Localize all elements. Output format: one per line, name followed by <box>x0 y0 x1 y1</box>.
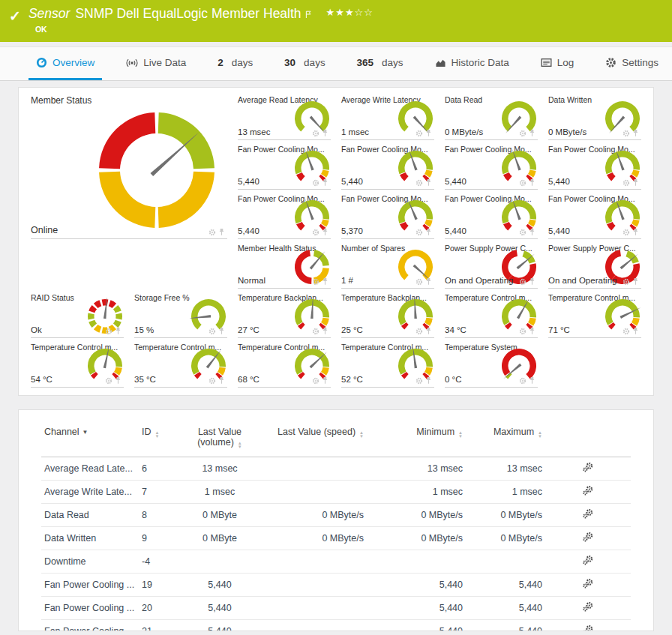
value-cell: 5,440 <box>182 574 257 597</box>
channel-settings-icon[interactable] <box>583 580 593 591</box>
gear-icon[interactable] <box>622 328 630 335</box>
pin-icon[interactable] <box>632 228 639 236</box>
tab-2-days[interactable]: 2days <box>210 47 260 80</box>
gear-icon[interactable] <box>416 130 423 137</box>
gear-icon[interactable] <box>208 377 216 385</box>
gear-icon[interactable] <box>519 229 526 236</box>
pin-icon[interactable] <box>322 129 328 137</box>
gear-icon[interactable] <box>416 229 423 236</box>
pin-icon[interactable] <box>529 376 536 385</box>
gear-icon[interactable] <box>622 179 630 187</box>
tab-live-data[interactable]: Live Data <box>118 47 194 80</box>
tab-overview[interactable]: Overview <box>28 47 102 80</box>
gear-icon[interactable] <box>208 229 216 236</box>
gear-icon[interactable] <box>416 278 423 286</box>
pin-icon[interactable] <box>425 228 432 236</box>
gauge-value: Online <box>31 225 58 235</box>
channel-settings-icon[interactable] <box>583 464 593 475</box>
pin-icon[interactable] <box>322 376 328 385</box>
gear-icon[interactable] <box>416 377 423 385</box>
gauge-label: Member Status <box>31 91 227 106</box>
pin-icon[interactable] <box>529 129 536 137</box>
pin-icon[interactable] <box>632 327 639 335</box>
value-cell: 5,440 <box>466 574 545 597</box>
pin-icon[interactable] <box>425 327 432 335</box>
pin-icon[interactable] <box>632 129 639 137</box>
gauge-cell-actions <box>519 327 536 335</box>
pin-icon[interactable] <box>529 327 536 335</box>
tab-historic-data[interactable]: Historic Data <box>428 47 517 80</box>
pin-icon[interactable] <box>529 178 536 187</box>
tab-365-days[interactable]: 365days <box>350 47 411 80</box>
gear-icon[interactable] <box>519 278 526 286</box>
gear-icon[interactable] <box>105 328 112 335</box>
pin-icon[interactable] <box>425 376 432 385</box>
column-header-last-value-volume[interactable]: Last Value (volume)▲▼ <box>182 418 257 457</box>
gear-icon[interactable] <box>416 328 423 335</box>
tab-number: 365 <box>357 57 374 68</box>
pin-icon[interactable] <box>115 376 122 385</box>
priority-stars[interactable]: ★★★☆☆ <box>326 7 374 18</box>
pin-icon[interactable] <box>218 376 225 385</box>
gear-icon[interactable] <box>519 328 526 335</box>
gear-icon[interactable] <box>208 328 216 335</box>
channel-name-cell: Fan Power Cooling ... <box>41 597 139 620</box>
gear-icon[interactable] <box>312 377 320 385</box>
row-actions-cell <box>545 620 631 632</box>
channel-settings-icon[interactable] <box>583 487 593 498</box>
gear-icon[interactable] <box>622 278 630 286</box>
gear-icon[interactable] <box>312 130 320 137</box>
column-header-maximum[interactable]: Maximum▲▼ <box>466 418 545 457</box>
pin-icon[interactable] <box>218 327 225 335</box>
tab-30-days[interactable]: 30days <box>277 47 333 80</box>
gear-icon[interactable] <box>622 130 630 137</box>
pin-icon[interactable] <box>322 178 328 187</box>
table-row-average-write-late-7: Average Write Late...71 msec1 msec1 msec <box>41 481 631 504</box>
gear-icon[interactable] <box>312 229 320 236</box>
value-cell: 5,440 <box>466 620 545 632</box>
pin-icon[interactable] <box>322 277 328 286</box>
channel-settings-icon[interactable] <box>583 557 593 568</box>
column-header-channel[interactable]: Channel▼ <box>41 418 139 457</box>
pin-icon[interactable] <box>529 228 536 236</box>
column-header-minimum[interactable]: Minimum▲▼ <box>367 418 466 457</box>
pin-icon[interactable] <box>425 129 432 137</box>
pin-icon[interactable] <box>425 277 432 286</box>
gauge-cell-actions <box>312 327 328 335</box>
gauge-value: 5,440 <box>341 177 363 186</box>
gauge-cell-raid-status: RAID StatusOk <box>31 289 124 338</box>
gear-icon[interactable] <box>519 377 526 385</box>
gear-icon[interactable] <box>312 278 320 286</box>
pin-icon[interactable] <box>322 327 328 335</box>
column-header-last-value-speed[interactable]: Last Value (speed)▲▼ <box>257 418 367 457</box>
status-badge: OK <box>35 25 374 34</box>
channel-settings-icon[interactable] <box>583 627 593 631</box>
pin-icon[interactable] <box>322 228 328 236</box>
gear-icon[interactable] <box>105 377 112 385</box>
gauge-value: 5,440 <box>548 177 570 186</box>
channel-settings-icon[interactable] <box>583 511 593 521</box>
channel-settings-icon[interactable] <box>583 534 593 544</box>
gear-icon[interactable] <box>622 229 630 236</box>
column-header-id[interactable]: ID▲▼ <box>139 418 182 457</box>
gear-icon[interactable] <box>312 328 320 335</box>
pin-icon[interactable] <box>529 277 536 286</box>
channel-settings-icon[interactable] <box>583 604 593 614</box>
gauge-cell-fan-power-cooling-mo: Fan Power Cooling Mo...5,440 <box>238 140 331 190</box>
tab-log[interactable]: Log <box>533 47 582 80</box>
live-icon <box>126 58 138 68</box>
flag-icon <box>305 7 312 22</box>
pin-icon[interactable] <box>632 178 639 187</box>
pin-icon[interactable] <box>632 277 639 286</box>
gauge-cell-actions <box>208 376 225 385</box>
gear-icon[interactable] <box>519 130 526 137</box>
tab-settings[interactable]: Settings <box>598 47 666 80</box>
grid-spacer <box>31 239 227 289</box>
gear-icon[interactable] <box>519 179 526 187</box>
gear-icon[interactable] <box>416 179 423 187</box>
pin-icon[interactable] <box>425 178 432 187</box>
channel-table: Channel▼ID▲▼Last Value (volume)▲▼Last Va… <box>41 418 631 631</box>
pin-icon[interactable] <box>218 228 225 236</box>
gear-icon[interactable] <box>312 179 320 187</box>
pin-icon[interactable] <box>115 327 122 335</box>
